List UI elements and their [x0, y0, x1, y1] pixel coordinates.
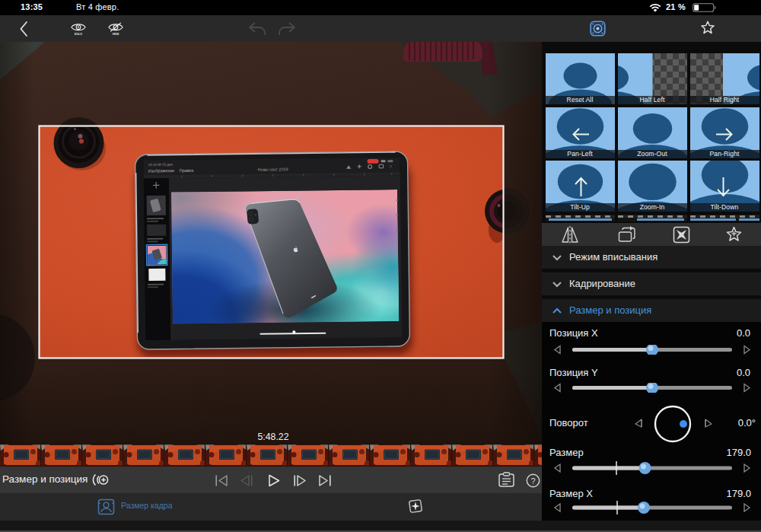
svg-text:?: ? — [390, 164, 392, 169]
svg-text:Новы озог 2019: Новы озог 2019 — [258, 167, 288, 171]
svg-text:Правка: Правка — [180, 168, 195, 173]
svg-text:SOLO: SOLO — [75, 33, 82, 36]
svg-text:HIDE: HIDE — [113, 33, 119, 36]
svg-text:?: ? — [530, 476, 535, 486]
svg-text:Изображение: Изображение — [148, 168, 175, 173]
svg-text:10:10 Вт 25 дек.: 10:10 Вт 25 дек. — [148, 163, 174, 167]
svg-text:5:48.22: 5:48.22 — [257, 432, 288, 442]
